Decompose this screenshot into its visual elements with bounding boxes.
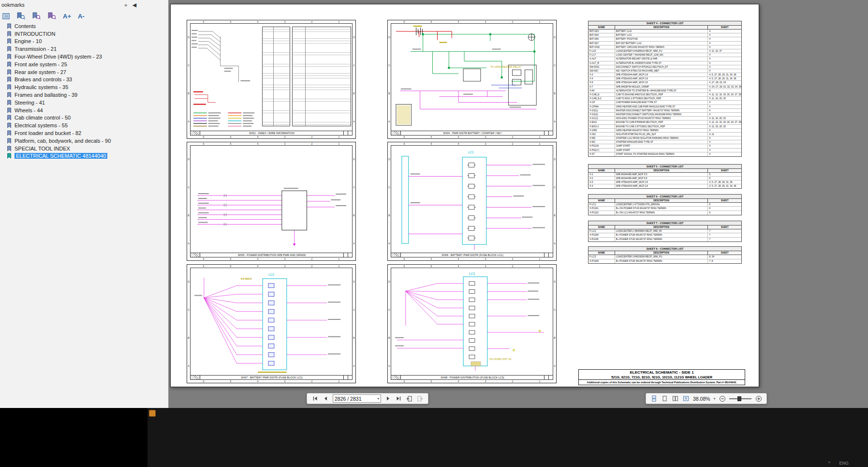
grid-ref: 5 [431,20,432,23]
bookmark-item[interactable]: Steering - 41 [0,99,168,106]
connector-row: X-PS2(Y)JUMP START4 [588,149,741,152]
cell: 4 [707,144,741,148]
grid-ref: 4 [458,257,459,260]
connector-table-title: SHEET 8 - CONNECTOR LIST [588,247,741,251]
bookmark-tool-icon[interactable] [16,12,25,20]
zoom-dropdown-icon[interactable]: ▾ [714,397,716,401]
bookmark-item[interactable]: Cab climate control - 50 [0,114,168,122]
bookmark-item[interactable]: Rear axle system - 27 [0,68,168,76]
zoom-slider-handle[interactable] [737,396,741,401]
bookmark-item[interactable]: Engine - 10 [0,38,168,45]
page-number-input[interactable]: 2826 / 2831 ▾ [333,394,381,403]
bookmark-icon [7,76,12,82]
cell: 7 [707,233,741,237]
reading-mode-icon[interactable] [682,394,690,403]
bookmark-item[interactable]: Wheels - 44 [0,106,168,114]
connector-table-header: NAMEDESCRIPTIONSHEET [588,251,741,256]
panel-title: SH07 - BATTERY PWR DISTR (FUSE BLOCK LC2… [200,376,343,379]
document-viewer[interactable]: SH01 - INDEX / WIRE INFORMATION 66554433… [169,0,868,408]
bookmark-search-icon[interactable] [32,12,41,20]
bookmark-label: Contents [15,23,36,29]
bookmark-item[interactable]: Contents [0,22,168,30]
bookmark-locate-icon[interactable] [47,12,56,20]
grid-ref: 5 [230,142,232,145]
connector-row: X-CAB_ECAB TO ENGINE 84607216 DEUTSCH_HD… [588,93,741,97]
cell: F-LC6 [588,49,615,53]
bookmark-item[interactable]: Hydraulic systems - 35 [0,83,168,91]
first-page-button[interactable] [311,394,319,403]
bookmark-label: Rear axle system - 27 [15,69,66,75]
sheet-number-cells [544,253,553,257]
expand-bookmarks-icon[interactable] [2,13,10,19]
zoom-in-button[interactable] [755,394,762,403]
zoom-slider[interactable] [729,394,751,403]
single-page-view-icon[interactable] [661,394,668,403]
last-page-button[interactable] [395,394,402,403]
grid-ref: C [353,308,355,311]
increase-text-size-button[interactable]: A+ [63,13,71,20]
bookmark-item[interactable]: INTRODUCTION [0,30,168,38]
previous-view-button[interactable] [406,394,413,403]
cell: 4 [707,140,741,144]
grid-ref: 1 [338,257,340,260]
cell: 4 [707,149,741,152]
grid-ref: 2 [311,265,313,268]
bookmark-item[interactable]: Front loader and bucket - 82 [0,129,168,137]
zoom-out-button[interactable] [719,394,726,403]
bookmark-item[interactable]: Frames and ballasting - 39 [0,91,168,99]
connector-row: X-GS(3)MASTER DISCONNECT SWITCH(S) 84163… [588,113,741,117]
connector-table-sheet5: SHEET 5 - CONNECTOR LISTNAMEDESCRIPTIONS… [588,164,742,189]
bookmark-item[interactable]: Platform, cab, bodywork, and decals - 90 [0,137,168,145]
cell: X-ENG-2 [588,125,615,128]
sheet-number-cells [544,131,553,135]
collapse-panel-icon[interactable]: ◀ [131,0,138,10]
tray-expand-icon[interactable]: ^ [828,461,830,466]
grid-ref: 4 [257,265,259,268]
grid-ref: D [553,280,556,283]
bookmark-item[interactable]: Transmission - 21 [0,45,168,53]
grid-ref: 1 [338,380,340,383]
cell: X-GRD [588,129,615,132]
language-indicator[interactable]: ENG [839,461,849,466]
next-page-button[interactable] [384,394,392,403]
cell: SFB 4755A3H3 AMP_MCP 2.8 [615,184,708,188]
cell: 4 [707,42,741,45]
grid-ref: 6 [404,20,405,23]
bookmark-item[interactable]: Front axle system - 25 [0,60,168,68]
grid-ref: 6 [203,136,205,138]
panel-options-icon[interactable]: » [122,0,130,10]
grid-ref: 1 [539,20,541,23]
cell: X-CP [588,101,615,104]
cell: 4 [707,113,741,116]
decrease-text-size-button[interactable]: A- [78,13,85,20]
previous-page-button[interactable] [322,394,329,403]
page-dropdown-icon[interactable]: ▾ [377,397,379,401]
wire-abbrev-table [262,27,290,126]
cell: BAT-S67 [588,42,615,45]
grid-ref: 2 [311,136,313,138]
cell: B+ POWER STUD 84140737 RING TERMIN [615,259,708,264]
grid-ref: 6 [404,265,405,268]
bookmark-item[interactable]: Electrical systems - 55 [0,121,168,129]
grid-ref: 4 [458,380,459,383]
schematic-art-sh04: TO GRID HEATER RELAY [391,24,553,131]
cell: X-GS(1) [588,109,615,112]
connector-table-sheet6: SHEET 6 - CONNECTOR LISTNAMEDESCRIPTIONS… [588,194,742,215]
bookmark-icon [7,100,12,105]
two-page-view-icon[interactable] [672,394,679,403]
cell: 4, 5, 27, 28, 29, 31, 36 [707,181,741,184]
bookmark-item[interactable]: ELECTRICAL SCHEMATIC 48144040 [0,152,168,160]
next-view-button[interactable] [416,394,424,403]
pdf-page: SH01 - INDEX / WIRE INFORMATION 66554433… [170,4,759,387]
bookmark-item[interactable]: SPECIAL TOOL INDEX [0,145,168,152]
schematic-panel-sh06: LC1 [387,142,557,261]
scrolling-view-icon[interactable] [650,394,658,403]
bookmark-item[interactable]: Four-Wheel Drive (4WD) system - 23 [0,53,168,60]
grid-ref: 6 [404,257,405,260]
grid-ref: 2 [311,20,313,23]
schematic-title: ELECTRICAL SCHEMATIC - SIDE 1 [579,370,745,375]
app-tray-icon[interactable] [149,410,156,417]
zoom-level-value: 38.08% [693,396,710,402]
bookmark-item[interactable]: Brakes and controls - 33 [0,76,168,84]
grid-ref: 6 [203,257,205,260]
